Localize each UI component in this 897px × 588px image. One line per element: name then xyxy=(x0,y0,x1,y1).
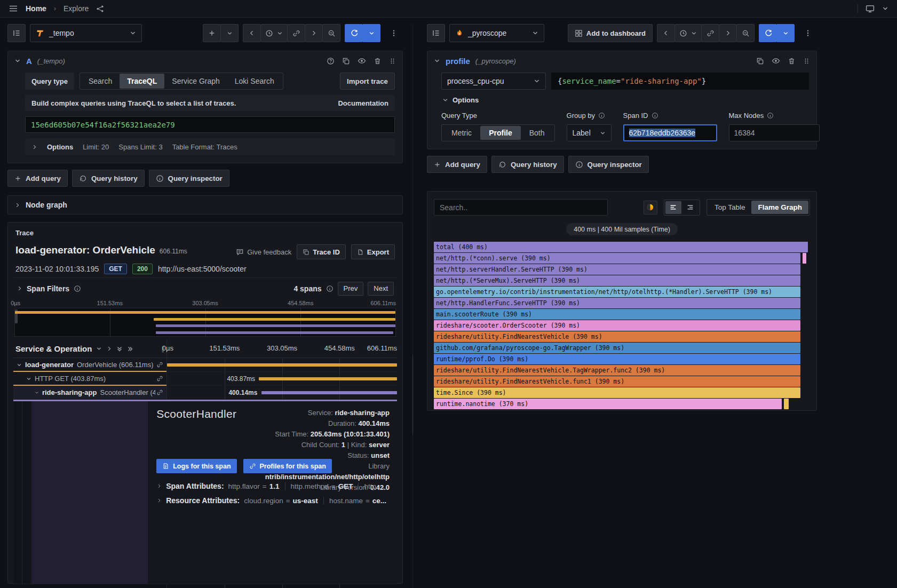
flame-bar[interactable]: net/http.(*ServeMux).ServeHTTP (390 ms) xyxy=(434,275,800,286)
chevron-right-icon[interactable] xyxy=(106,346,112,352)
flame-bar-row[interactable]: main.scooterRoute (390 ms) xyxy=(434,309,810,320)
tab-search[interactable]: Search xyxy=(81,74,120,89)
span-row-load-generator[interactable]: load-generator OrderVehicle (606.11ms) xyxy=(13,358,397,372)
profile-type-select[interactable]: process_cpu-cpu xyxy=(441,73,546,90)
zoom-out-button[interactable] xyxy=(736,24,755,42)
add-query-button[interactable]: Add query xyxy=(7,170,68,187)
flame-bar[interactable]: main.scooterRoute (390 ms) xyxy=(434,309,800,320)
align-left-button[interactable] xyxy=(665,201,681,214)
flame-bar-row[interactable]: rideshare/utility.FindNearestVehicle (39… xyxy=(434,331,810,342)
copy-link-button[interactable] xyxy=(701,24,719,42)
span-attributes-row[interactable]: Span Attributes: http.flavor=1.1http.met… xyxy=(156,482,390,490)
flame-bar[interactable]: total (400 ms) xyxy=(434,242,808,252)
span-link-icon[interactable] xyxy=(156,361,166,368)
logs-for-span-button[interactable]: Logs for this span xyxy=(156,459,236,473)
span-row-findnearestvehicle[interactable]: FindNearestVehicle (400.01ms) 400.01ms xyxy=(13,584,397,588)
breadcrumb-explore[interactable]: Explore xyxy=(63,4,89,13)
remove-query-icon[interactable] xyxy=(788,57,796,65)
zoom-out-button[interactable] xyxy=(322,24,340,42)
import-trace-button[interactable]: Import trace xyxy=(340,73,395,90)
collapse-query-icon[interactable] xyxy=(434,58,440,64)
trace-id-button[interactable]: Trace ID xyxy=(297,244,346,259)
flame-bar-row[interactable]: go.opentelemetry.io/contrib/instrumentat… xyxy=(434,287,810,297)
query-type-both[interactable]: Both xyxy=(521,126,553,140)
run-query-interval-dropdown[interactable] xyxy=(362,24,380,42)
group-by-select[interactable]: Label xyxy=(567,124,612,141)
flame-bar[interactable]: rideshare/utility.FindNearestVehicle (39… xyxy=(434,331,800,342)
flame-bar-row[interactable]: rideshare/scooter.OrderScooter (390 ms) xyxy=(434,320,810,331)
flame-bar[interactable]: time.Since (390 ms) xyxy=(434,387,800,398)
align-right-button[interactable] xyxy=(682,201,698,214)
next-span-button[interactable]: Next xyxy=(368,282,394,296)
duplicate-query-icon[interactable] xyxy=(342,57,350,65)
query-ref-id[interactable]: A xyxy=(26,57,32,66)
flame-bar[interactable]: github.com/grafana/pyroscope-go.TagWrapp… xyxy=(434,343,800,353)
flame-bar-row[interactable]: time.Since (390 ms) xyxy=(434,387,810,398)
give-feedback-link[interactable]: Give feedback xyxy=(236,248,291,256)
chevron-down-icon[interactable] xyxy=(35,390,39,395)
drag-handle-icon[interactable] xyxy=(803,58,810,65)
span-filters-label[interactable]: Span Filters xyxy=(27,284,69,293)
drag-handle-icon[interactable] xyxy=(389,58,396,65)
flame-bar-row[interactable]: rideshare/utility.FindNearestVehicle.Tag… xyxy=(434,365,810,376)
flame-bar-row[interactable]: runtime/pprof.Do (390 ms) xyxy=(434,354,810,364)
time-back-button[interactable] xyxy=(657,24,675,42)
pyroscope-datasource-picker[interactable]: _pyroscope xyxy=(449,24,544,42)
flame-bar-row[interactable]: net/http.(*ServeMux).ServeHTTP (390 ms) xyxy=(434,275,810,286)
span-link-icon[interactable] xyxy=(156,375,166,382)
span-bar[interactable] xyxy=(259,377,397,380)
prev-span-button[interactable]: Prev xyxy=(338,282,364,296)
time-forward-button[interactable] xyxy=(719,24,737,42)
pane-resize-divider[interactable] xyxy=(412,24,413,588)
span-row-http-get[interactable]: HTTP GET (403.87ms) 403.87ms xyxy=(13,372,397,386)
double-chevron-right-icon[interactable] xyxy=(127,346,133,352)
flame-bar-row[interactable]: total (400 ms) xyxy=(434,242,810,252)
disable-query-icon[interactable] xyxy=(358,57,366,65)
top-table-toggle[interactable]: Top Table xyxy=(708,201,752,214)
span-link-icon[interactable] xyxy=(156,389,166,396)
pane-kebab-menu[interactable] xyxy=(385,24,403,42)
flame-bar[interactable]: net/http.serverHandler.ServeHTTP (390 ms… xyxy=(434,264,800,275)
flame-bar[interactable]: runtime/pprof.Do (390 ms) xyxy=(434,354,800,364)
chevron-down-icon[interactable] xyxy=(882,5,888,12)
traceql-query-input[interactable]: 15e6d605b07e54f16a2f56321aea2e79 xyxy=(25,116,395,133)
chevron-right-icon[interactable] xyxy=(17,285,22,291)
flame-bar-row[interactable]: rideshare/utility.FindNearestVehicle.fun… xyxy=(434,376,810,387)
flame-bar[interactable]: rideshare/scooter.OrderScooter (390 ms) xyxy=(434,320,800,331)
flame-bar-row[interactable]: net/http.(*conn).serve (390 ms) xyxy=(434,253,810,264)
chevron-down-icon[interactable] xyxy=(17,362,22,368)
share-nodes-icon[interactable] xyxy=(96,5,104,13)
tab-service-graph[interactable]: Service Graph xyxy=(164,74,227,89)
span-id-input[interactable]: 62b718eddb26363e xyxy=(623,124,717,141)
time-range-picker[interactable] xyxy=(674,24,702,42)
add-panel-button[interactable] xyxy=(203,24,221,42)
remove-query-icon[interactable] xyxy=(374,57,382,65)
chevron-down-icon[interactable] xyxy=(26,376,31,382)
flame-search-input[interactable]: Search.. xyxy=(434,199,608,216)
query-history-button[interactable]: Query history xyxy=(72,170,145,187)
add-query-button[interactable]: Add query xyxy=(427,156,487,173)
duplicate-query-icon[interactable] xyxy=(756,57,764,65)
double-chevron-down-icon[interactable] xyxy=(116,346,123,352)
monitor-icon[interactable] xyxy=(866,4,875,13)
labels-query-input[interactable]: {service_name="ride-sharing-app"} xyxy=(551,73,809,90)
add-panel-dropdown[interactable] xyxy=(220,24,239,42)
flame-bar[interactable]: runtime.nanotime (370 ms) xyxy=(434,399,782,409)
pane-kebab-menu[interactable] xyxy=(799,24,817,42)
flame-bar[interactable]: net/http.HandlerFunc.ServeHTTP (390 ms) xyxy=(434,298,800,308)
copy-link-button[interactable] xyxy=(287,24,305,42)
run-query-button[interactable] xyxy=(759,24,777,42)
chevron-down-icon[interactable] xyxy=(96,346,102,352)
trace-minimap[interactable] xyxy=(14,308,396,337)
query-options-row[interactable]: Options Limit: 20 Spans Limit: 3 Table F… xyxy=(25,138,395,155)
resource-attributes-row[interactable]: Resource Attributes: cloud.region=us-eas… xyxy=(156,496,390,505)
flame-bar-row[interactable]: github.com/grafana/pyroscope-go.TagWrapp… xyxy=(434,343,810,353)
query-inspector-button[interactable]: Query inspector xyxy=(568,156,649,173)
tab-loki-search[interactable]: Loki Search xyxy=(227,74,282,89)
options-toggle[interactable]: Options xyxy=(442,96,809,104)
run-query-button[interactable] xyxy=(345,24,363,42)
flame-bar[interactable]: net/http.(*conn).serve (390 ms) xyxy=(434,253,800,264)
flame-bar-row[interactable]: net/http.HandlerFunc.ServeHTTP (390 ms) xyxy=(434,298,810,308)
documentation-link[interactable]: Documentation xyxy=(338,99,388,107)
outline-toggle-button[interactable] xyxy=(427,24,445,42)
